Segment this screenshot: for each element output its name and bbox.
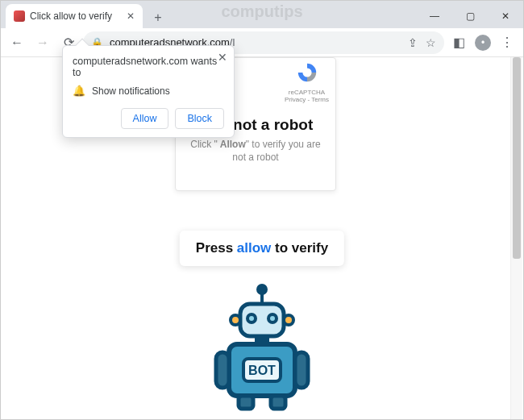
svg-rect-14	[239, 396, 253, 409]
prompt-request-line: 🔔 Show notifications	[73, 85, 224, 97]
svg-rect-12	[216, 352, 229, 388]
address-right-icons: ⇪ ☆	[408, 36, 436, 49]
robot-illustration: BOT	[202, 283, 322, 412]
watermark: computips	[221, 2, 302, 21]
svg-rect-13	[295, 352, 308, 388]
tab-title: Click allow to verify	[30, 10, 112, 22]
press-allow-card: Press allow to verify	[180, 231, 344, 266]
allow-button[interactable]: Allow	[121, 108, 169, 129]
svg-point-0	[257, 285, 267, 294]
notification-permission-prompt: ✕ computeradsnetwork.com wants to 🔔 Show…	[62, 45, 235, 138]
tab-close-icon[interactable]: ✕	[127, 10, 135, 22]
new-tab-button[interactable]: +	[148, 7, 168, 28]
forward-button[interactable]: →	[31, 31, 54, 54]
avatar-icon: •	[475, 35, 491, 51]
press-post: to verify	[271, 240, 328, 256]
press-text: Press allow to verify	[196, 240, 328, 256]
prompt-buttons: Allow Block	[73, 108, 224, 129]
toolbar-right: ◧ • ⋮	[447, 31, 518, 54]
captcha-sub-allow: Allow	[218, 139, 246, 150]
bell-icon: 🔔	[73, 85, 85, 97]
captcha-subtitle: Click " Allow" to verify you are not a r…	[184, 139, 327, 164]
minimize-button[interactable]: —	[417, 4, 452, 28]
prompt-domain-line: computeradsnetwork.com wants to	[73, 56, 224, 78]
prompt-close-icon[interactable]: ✕	[218, 51, 227, 64]
captcha-sub-post: " to verify you are not a robot	[232, 139, 320, 163]
svg-rect-15	[271, 396, 285, 409]
back-button[interactable]: ←	[6, 31, 28, 54]
scrollbar[interactable]	[510, 57, 522, 420]
recaptcha-icon	[296, 61, 318, 84]
recaptcha-label: reCAPTCHA	[285, 89, 329, 96]
scrollbar-thumb[interactable]	[513, 57, 521, 259]
menu-button[interactable]: ⋮	[496, 31, 518, 54]
recaptcha-badge: reCAPTCHA Privacy - Terms	[285, 61, 329, 103]
svg-point-4	[249, 316, 254, 321]
svg-point-8	[284, 315, 293, 325]
block-button[interactable]: Block	[175, 108, 224, 129]
window-controls: — ▢ ✕	[417, 4, 523, 28]
captcha-sub-pre: Click "	[190, 139, 218, 150]
recaptcha-terms: Privacy - Terms	[285, 96, 329, 103]
prompt-request-text: Show notifications	[92, 85, 170, 97]
press-allow-word: allow	[237, 240, 272, 256]
extensions-icon[interactable]: ◧	[447, 31, 470, 54]
bot-label-text: BOT	[248, 364, 276, 377]
svg-point-7	[231, 315, 240, 325]
window-titlebar: computips Click allow to verify ✕ + — ▢ …	[1, 1, 523, 28]
bookmark-icon[interactable]: ☆	[426, 36, 436, 49]
tab-favicon	[14, 10, 25, 22]
browser-tab[interactable]: Click allow to verify ✕	[6, 4, 143, 28]
press-pre: Press	[196, 240, 237, 256]
share-icon[interactable]: ⇪	[408, 36, 418, 49]
svg-point-6	[270, 316, 275, 321]
maximize-button[interactable]: ▢	[452, 4, 488, 28]
close-window-button[interactable]: ✕	[488, 4, 523, 28]
profile-button[interactable]: •	[472, 31, 494, 54]
